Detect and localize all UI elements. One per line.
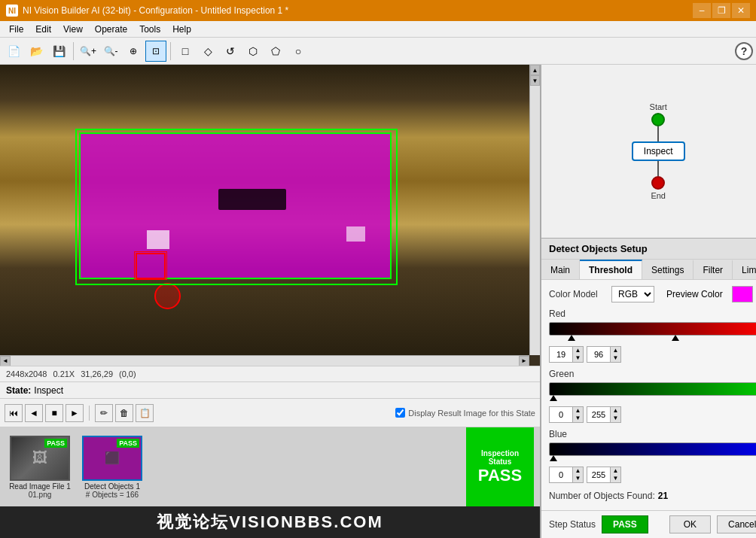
blue-gradient-track[interactable]: [549, 442, 756, 456]
pixel-coords: 31,26,29: [81, 369, 113, 378]
toolbar-zoom-100-btn[interactable]: ⊡: [145, 41, 166, 62]
tab-limits[interactable]: Limits: [733, 260, 756, 279]
toolbar-save-btn[interactable]: 💾: [48, 41, 69, 62]
toolbar-poly-btn[interactable]: ◇: [197, 41, 218, 62]
tab-settings[interactable]: Settings: [642, 260, 694, 279]
green-min-input[interactable]: [550, 407, 572, 422]
toolbar-hex-btn[interactable]: ⬡: [242, 41, 264, 62]
red-min-down-btn[interactable]: ▼: [572, 354, 583, 362]
menu-help[interactable]: Help: [166, 23, 197, 36]
toolbar-new-btn[interactable]: 📄: [3, 41, 24, 62]
toolbar-sep2: [170, 42, 171, 60]
red-max-down-btn[interactable]: ▼: [610, 354, 620, 362]
blue-max-down-btn[interactable]: ▼: [610, 475, 620, 482]
thumb-box-2[interactable]: ⬛ PASS: [82, 436, 142, 481]
play-stop-btn[interactable]: ■: [45, 404, 63, 422]
objects-found-value: 21: [658, 491, 668, 501]
ok-button[interactable]: OK: [669, 515, 711, 533]
green-min-down-btn[interactable]: ▼: [572, 415, 583, 422]
thumbnail-2[interactable]: ⬛ PASS Detect Objects 1 # Objects = 166: [78, 436, 146, 499]
step-status-label: Step Status: [549, 519, 596, 530]
playback-bar: ⏮ ◄ ■ ► ✏ 🗑 📋 Display Result Image for t…: [0, 399, 540, 427]
cancel-button[interactable]: Cancel: [717, 515, 756, 533]
red-max-input[interactable]: [587, 347, 610, 362]
green-max-input[interactable]: [587, 407, 610, 422]
display-check-input[interactable]: [395, 408, 405, 418]
menu-operate[interactable]: Operate: [89, 23, 133, 36]
blue-max-input[interactable]: [587, 467, 610, 482]
inspection-status-value: PASS: [478, 466, 522, 485]
toolbar-circle-btn[interactable]: ○: [288, 41, 309, 62]
menu-edit[interactable]: Edit: [29, 23, 57, 36]
green-gradient-track[interactable]: [549, 382, 756, 396]
edit-step-btn[interactable]: ✏: [95, 404, 113, 422]
color-model-row: Color Model RGB HSL HSV Preview Color: [549, 286, 756, 302]
green-max-down-btn[interactable]: ▼: [610, 415, 620, 422]
toolbar-rotate-btn[interactable]: ↺: [220, 41, 241, 62]
setup-title: Detect Objects Setup: [541, 239, 756, 260]
pcb-speckle1: [147, 230, 169, 249]
red-min-up-btn[interactable]: ▲: [572, 347, 583, 354]
color-model-select[interactable]: RGB HSL HSV: [611, 286, 654, 302]
tab-main[interactable]: Main: [541, 260, 580, 279]
minimize-button[interactable]: –: [693, 3, 711, 18]
play-next-btn[interactable]: ►: [66, 404, 84, 422]
red-min-spinbox[interactable]: ▲ ▼: [549, 346, 584, 363]
green-max-spinbtns: ▲ ▼: [610, 407, 620, 422]
inspection-status: InspectionStatus PASS: [466, 427, 534, 506]
delete-step-btn[interactable]: 🗑: [115, 404, 133, 422]
step-pass-button[interactable]: PASS: [602, 515, 648, 533]
blue-min-spinbtns: ▲ ▼: [572, 467, 583, 482]
red-max-up-btn[interactable]: ▲: [610, 347, 620, 354]
menu-tools[interactable]: Tools: [133, 23, 166, 36]
red-rect-2: [154, 283, 181, 309]
thumbnail-1[interactable]: 🖼 PASS Read Image File 1 01.png: [6, 436, 74, 499]
close-button[interactable]: ✕: [732, 3, 750, 18]
toolbar-rect-btn[interactable]: □: [175, 41, 196, 62]
blue-min-spinbox[interactable]: ▲ ▼: [549, 467, 584, 483]
pcb-dark-region: [218, 189, 286, 210]
toolbar-zoom-fit-btn[interactable]: ⊕: [123, 41, 144, 62]
toolbar-zoom-in-btn[interactable]: 🔍+: [78, 41, 99, 62]
blue-max-spinbox[interactable]: ▲ ▼: [587, 467, 621, 483]
red-max-spinbox[interactable]: ▲ ▼: [587, 346, 621, 363]
play-start-btn[interactable]: ⏮: [5, 404, 23, 422]
tab-bar: Main Threshold Settings Filter Limits: [541, 260, 756, 280]
image-area[interactable]: ▲ ▼ ◄ ►: [0, 65, 540, 366]
blue-min-up-btn[interactable]: ▲: [572, 467, 583, 475]
image-scrollbar-right[interactable]: ▲ ▼: [529, 65, 540, 355]
toolbar-zoom-out-btn[interactable]: 🔍-: [100, 41, 121, 62]
state-value: Inspect: [34, 385, 63, 396]
preview-color-label: Preview Color: [666, 289, 723, 299]
menu-view[interactable]: View: [57, 23, 89, 36]
toolbar-help-btn[interactable]: ?: [735, 42, 753, 60]
copy-step-btn[interactable]: 📋: [136, 404, 154, 422]
blue-max-up-btn[interactable]: ▲: [610, 467, 620, 475]
red-gradient-track[interactable]: [549, 322, 756, 336]
inspect-node[interactable]: Inspect: [632, 141, 685, 161]
thumb-box-1[interactable]: 🖼 PASS: [10, 436, 70, 481]
image-scrollbar-bottom[interactable]: ◄ ►: [0, 355, 529, 366]
preview-color-swatch[interactable]: [732, 286, 753, 302]
tab-filter[interactable]: Filter: [694, 260, 733, 279]
thumb-sublabel-1: 01.png: [29, 491, 52, 499]
green-left-marker: [550, 395, 557, 401]
blue-min-input[interactable]: [550, 467, 572, 482]
pcb-speckle2: [346, 226, 365, 242]
toolbar-open-btn[interactable]: 📂: [26, 41, 47, 62]
green-max-up-btn[interactable]: ▲: [610, 407, 620, 415]
play-prev-btn[interactable]: ◄: [25, 404, 43, 422]
toolbar-sep1: [73, 42, 74, 60]
start-label: Start: [650, 102, 667, 111]
green-max-spinbox[interactable]: ▲ ▼: [587, 406, 621, 423]
maximize-button[interactable]: ❐: [712, 3, 730, 18]
thumb-strip: 🖼 PASS Read Image File 1 01.png ⬛ PASS D…: [0, 427, 540, 506]
red-min-input[interactable]: [550, 347, 572, 362]
green-min-spinbox[interactable]: ▲ ▼: [549, 406, 584, 423]
tab-threshold[interactable]: Threshold: [580, 260, 642, 279]
toolbar-shape-btn[interactable]: ⬠: [265, 41, 286, 62]
green-min-up-btn[interactable]: ▲: [572, 407, 583, 415]
blue-min-down-btn[interactable]: ▼: [572, 475, 583, 482]
green-min-spinbtns: ▲ ▼: [572, 407, 583, 422]
menu-file[interactable]: File: [3, 23, 29, 36]
